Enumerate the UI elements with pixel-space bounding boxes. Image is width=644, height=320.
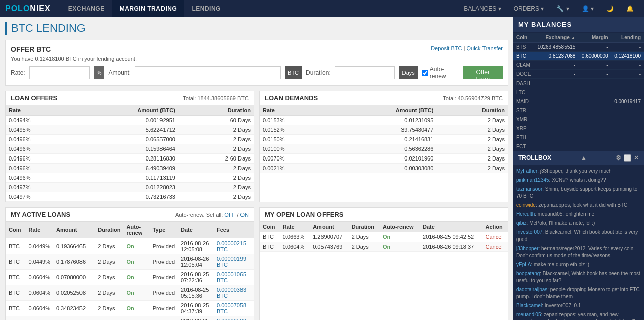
open-col-amount: Amount: [310, 222, 348, 232]
balance-row: BTS 10263.48585515 - -: [513, 43, 644, 52]
demand-duration: 2 Days: [436, 135, 508, 144]
pct-button[interactable]: %: [94, 66, 105, 79]
troll-username[interactable]: Herculth: [516, 211, 535, 217]
balance-exchange: -: [534, 133, 579, 142]
trollbox-ctrl-2[interactable]: ⬜: [624, 154, 631, 162]
nav-tools[interactable]: 🔧 ▾: [551, 0, 574, 17]
troll-username[interactable]: Investor007: [516, 229, 542, 235]
active-col-autorenew: Auto-renew: [124, 222, 150, 238]
loan-offer-row: 0.0496% 0.15986464 2 Days: [6, 144, 254, 154]
troll-username[interactable]: meuandi05: [516, 312, 541, 317]
rate-label: Rate:: [11, 69, 25, 76]
offer-rate: 0.0496%: [6, 135, 73, 144]
offer-loan-button[interactable]: Offer Loan: [463, 66, 503, 79]
troll-username[interactable]: Blackcamel: [516, 303, 542, 308]
open-date: 2016-08-26 09:18:37: [420, 242, 482, 252]
troll-username[interactable]: MyFather: [516, 168, 537, 174]
active-autorenew: On: [124, 316, 150, 321]
nav-balances[interactable]: BALANCES ▾: [459, 0, 506, 17]
open-action[interactable]: Cancel: [482, 232, 508, 242]
loan-demands-table: Rate Amount (BTC) Duration 0.0153% 0.012…: [260, 105, 508, 173]
open-action[interactable]: Cancel: [482, 242, 508, 252]
active-amount: 0.07080000: [53, 270, 95, 285]
troll-message: tazmansoor: Shinn, buyside support keeps…: [516, 186, 641, 200]
demand-duration: 2 Days: [436, 164, 508, 173]
balance-col-coin: Coin: [513, 33, 534, 43]
demand-amount: 39.75480477: [329, 125, 436, 135]
auto-renew-label: Auto-renew: [430, 66, 459, 80]
nav-exchange[interactable]: EXCHANGE: [61, 0, 112, 17]
nav-account[interactable]: 👤 ▾: [577, 0, 599, 17]
duration-input[interactable]: 2: [335, 66, 395, 79]
balances-body: BTS 10263.48585515 - -BTC 0.81237088 0.6…: [513, 43, 644, 151]
trollbox-ctrl-3[interactable]: ✕: [634, 154, 639, 162]
balance-coin: DOGE: [513, 70, 534, 79]
balance-exchange: -: [534, 70, 579, 79]
balance-lending: -: [611, 133, 644, 142]
offer-amount: 0.01228023: [73, 183, 178, 192]
amount-input[interactable]: [135, 66, 281, 79]
offer-duration: 2-60 Days: [178, 154, 254, 164]
trollbox-ctrl-1[interactable]: ⚙: [616, 154, 621, 162]
loan-offers-total: Total: 1844.38605669 BTC: [183, 95, 249, 101]
set-all-off-link[interactable]: OFF: [224, 212, 235, 218]
demand-col-rate: Rate: [260, 105, 329, 116]
balance-lending: -: [611, 88, 644, 97]
offer-duration: 2 Days: [178, 173, 254, 183]
open-amount: 0.05743769: [310, 242, 348, 252]
offer-rate: 0.0496%: [6, 164, 73, 173]
nav-lending[interactable]: LENDING: [184, 0, 228, 17]
auto-renew-checkbox[interactable]: [422, 70, 428, 76]
balance-row: DOGE - - -: [513, 70, 644, 79]
balance-row: BTC 0.81237088 0.60000000 0.12418100: [513, 52, 644, 61]
logo[interactable]: POLONIEX: [5, 4, 51, 13]
nav-orders[interactable]: ORDERS ▾: [509, 0, 549, 17]
active-duration: 2 Days: [95, 285, 123, 301]
troll-username[interactable]: yEpLA: [516, 262, 531, 267]
balance-lending: -: [611, 43, 644, 52]
open-col-rate: Rate: [280, 222, 310, 232]
balance-exchange: -: [534, 124, 579, 133]
offer-rate: 0.0497%: [6, 192, 73, 202]
balance-col-lending: Lending: [611, 33, 644, 43]
troll-username[interactable]: tazmansoor: [516, 186, 542, 192]
troll-username[interactable]: qibiz: [516, 220, 527, 226]
active-date: 2016-08-25 04:28:04: [178, 316, 214, 321]
offer-duration: 2 Days: [178, 183, 254, 192]
active-amount: 0.34823452: [53, 301, 95, 316]
nav-notifications[interactable]: 🔔: [621, 0, 639, 17]
balance-row: ETH - - -: [513, 133, 644, 142]
quick-transfer-link[interactable]: Quick Transfer: [466, 45, 503, 51]
troll-username[interactable]: coinwide: [516, 202, 536, 208]
active-loan-row: BTC 0.0604% 0.02052508 2 Days On Provide…: [6, 285, 254, 301]
balance-exchange: -: [534, 97, 579, 106]
set-all-on-link[interactable]: ON: [240, 212, 249, 218]
balance-lending: -: [611, 106, 644, 115]
nav-theme[interactable]: 🌙: [601, 0, 619, 17]
balance-col-exchange[interactable]: Exchange ▲: [534, 33, 579, 43]
open-offers-header: MY OPEN LOAN OFFERS: [260, 208, 508, 222]
open-duration: 2 Days: [349, 242, 380, 252]
troll-username[interactable]: hoopatang: [516, 271, 540, 276]
offer-rate: 0.0495%: [6, 125, 73, 135]
troll-username[interactable]: j33hopper: [516, 246, 538, 251]
troll-username[interactable]: dadotalraljbas: [516, 287, 547, 292]
open-col-autorenew: Auto-renew: [380, 222, 420, 232]
active-rate: 0.0604%: [26, 270, 53, 285]
troll-message: pinkman12345: XCN?? whats it doing??: [516, 177, 641, 184]
balances-table: Coin Exchange ▲ Margin Lending BTS 10263…: [513, 33, 644, 151]
active-type: Provided: [150, 301, 178, 316]
balance-margin: -: [578, 133, 611, 142]
troll-username[interactable]: pinkman12345: [516, 177, 549, 183]
active-col-date: Date: [178, 222, 214, 238]
loan-offers-table: Rate Amount (BTC) Duration 0.0494% 0.001…: [6, 105, 254, 202]
open-autorenew: On: [380, 232, 420, 242]
rate-input[interactable]: [29, 66, 90, 79]
troll-text: meuandi05, enlighten me: [538, 211, 594, 217]
active-coin: BTC: [6, 301, 26, 316]
balance-exchange: 10263.48585515: [534, 43, 579, 52]
open-col-action: Action: [482, 222, 508, 232]
active-date: 2016-08-26 12:05:08: [178, 238, 214, 254]
deposit-btc-link[interactable]: Deposit BTC: [431, 45, 462, 51]
nav-margin-trading[interactable]: MARGIN TRADING: [112, 0, 185, 17]
